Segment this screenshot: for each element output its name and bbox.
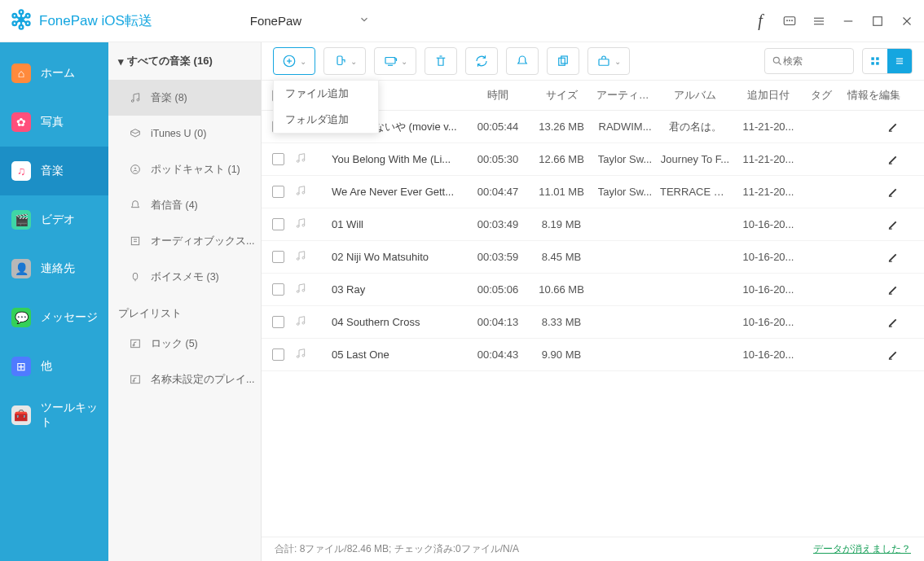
cell-date: 10-16-20... (733, 316, 803, 328)
sidebar-item-5[interactable]: 💬メッセージ (0, 293, 108, 342)
sub-item-3[interactable]: 着信音 (4) (108, 187, 261, 223)
sidebar-item-6[interactable]: ⊞他 (0, 342, 108, 391)
table-row[interactable]: We Are Never Ever Gett... 00:04:47 11.01… (262, 176, 924, 208)
header-tag[interactable]: タグ (803, 89, 839, 103)
data-lost-link[interactable]: データが消えました？ (813, 542, 911, 556)
svg-point-6 (26, 21, 30, 25)
export-pc-button[interactable]: ⌄ (374, 47, 416, 75)
header-edit[interactable]: 情報を編集 (839, 89, 924, 103)
cell-time: 00:04:43 (466, 348, 530, 361)
chevron-down-icon (359, 14, 370, 28)
cell-date: 10-16-20... (733, 251, 803, 263)
edit-row-button[interactable] (839, 348, 924, 361)
row-checkbox[interactable] (272, 153, 284, 165)
sub-item-label: 音楽 (8) (151, 91, 187, 105)
toolbar: ⌄ ⌄ ⌄ ⌄ (262, 42, 924, 80)
cell-size: 8.33 MB (530, 316, 593, 328)
header-date[interactable]: 追加日付 (733, 89, 803, 103)
sidebar-item-7[interactable]: 🧰ツールキット (0, 391, 108, 440)
search-input[interactable] (783, 55, 840, 67)
sidebar-item-1[interactable]: ✿写真 (0, 98, 108, 147)
sub-item-5[interactable]: ボイスメモ (3) (108, 259, 261, 295)
edit-row-button[interactable] (839, 153, 924, 165)
svg-rect-36 (131, 375, 140, 383)
sidebar-icon: 💬 (11, 308, 31, 327)
cell-date: 10-16-20... (733, 348, 803, 361)
list-view-button[interactable] (887, 49, 912, 73)
sidebar-item-0[interactable]: ⌂ホーム (0, 49, 108, 98)
add-dropdown: ファイル追加フォルダ追加 (273, 80, 379, 134)
edit-row-button[interactable] (839, 218, 924, 230)
grid-view-button[interactable] (863, 49, 887, 73)
music-note-icon (294, 314, 332, 330)
svg-point-78 (302, 322, 305, 324)
header-time[interactable]: 時間 (466, 89, 530, 103)
edit-row-button[interactable] (839, 251, 924, 263)
playlist-item-0[interactable]: ロック (5) (108, 326, 261, 362)
maximize-button[interactable] (870, 14, 885, 28)
cell-album: Journey To F... (657, 153, 733, 165)
table-row[interactable]: 05 Last One 00:04:43 9.90 MB 10-16-20... (262, 339, 924, 371)
table-row[interactable]: 04 Southern Cross 00:04:13 8.33 MB 10-16… (262, 306, 924, 339)
edit-row-button[interactable] (839, 283, 924, 296)
table-row[interactable]: 02 Niji Wo Matsuhito 00:03:59 8.45 MB 10… (262, 241, 924, 274)
cell-time: 00:04:13 (466, 316, 530, 328)
svg-point-74 (297, 291, 299, 293)
sidebar-item-4[interactable]: 👤連絡先 (0, 244, 108, 293)
sub-item-0[interactable]: 音楽 (8) (108, 80, 261, 116)
header-artist[interactable]: アーティスト (593, 89, 657, 103)
minimize-button[interactable] (841, 14, 856, 28)
header-size[interactable]: サイズ (530, 89, 593, 103)
sub-item-4[interactable]: オーディオブックス... (108, 223, 261, 259)
svg-point-62 (297, 160, 299, 163)
dropdown-item-0[interactable]: ファイル追加 (274, 81, 378, 107)
table-row[interactable]: 03 Ray 00:05:06 10.66 MB 10-16-20... (262, 274, 924, 306)
sidebar-label: メッセージ (41, 310, 98, 325)
facebook-icon[interactable]: f (753, 14, 768, 28)
edit-row-button[interactable] (839, 186, 924, 198)
svg-point-81 (302, 354, 305, 357)
table-row[interactable]: You Belong With Me (Li... 00:05:30 12.66… (262, 143, 924, 176)
sidebar-item-2[interactable]: ♫音楽 (0, 147, 108, 195)
ringtone-button[interactable] (506, 47, 539, 75)
delete-button[interactable] (425, 47, 457, 75)
music-note-icon (294, 249, 332, 265)
table-row[interactable]: 01 Will 00:03:49 8.19 MB 10-16-20... (262, 208, 924, 241)
sub-item-2[interactable]: ポッドキャスト (1) (108, 151, 261, 187)
menu-icon[interactable] (812, 14, 826, 28)
row-checkbox[interactable] (272, 316, 284, 328)
svg-point-69 (302, 224, 305, 226)
edit-row-button[interactable] (839, 121, 924, 133)
sidebar-icon: ✿ (11, 112, 31, 132)
svg-point-15 (790, 20, 790, 20)
close-button[interactable] (900, 14, 914, 28)
subpanel-header[interactable]: ▾ すべての音楽 (16) (108, 42, 261, 80)
playlist-item-1[interactable]: 名称未設定のプレイ... (108, 362, 261, 397)
add-button[interactable]: ⌄ (273, 47, 315, 75)
export-device-button[interactable]: ⌄ (323, 47, 366, 75)
sidebar-item-3[interactable]: 🎬ビデオ (0, 195, 108, 244)
dropdown-item-1[interactable]: フォルダ追加 (274, 107, 378, 133)
row-checkbox[interactable] (272, 218, 284, 230)
sub-item-1[interactable]: iTunes U (0) (108, 116, 261, 151)
svg-line-51 (779, 63, 781, 65)
toolbox-button[interactable]: ⌄ (587, 47, 630, 75)
svg-point-2 (20, 25, 24, 29)
svg-rect-48 (561, 56, 568, 64)
row-checkbox[interactable] (272, 186, 284, 198)
feedback-icon[interactable] (782, 14, 797, 28)
row-checkbox[interactable] (272, 251, 284, 263)
svg-rect-28 (131, 237, 139, 244)
device-selector[interactable]: FonePaw (229, 9, 383, 33)
playlist-icon (128, 336, 143, 351)
header-album[interactable]: アルバム (657, 89, 733, 103)
row-checkbox[interactable] (272, 348, 284, 361)
row-checkbox[interactable] (272, 283, 284, 296)
refresh-button[interactable] (465, 47, 498, 75)
edit-row-button[interactable] (839, 316, 924, 328)
search-box[interactable] (764, 48, 854, 74)
cell-size: 9.90 MB (530, 348, 593, 361)
chevron-down-icon: ⌄ (300, 57, 306, 66)
duplicate-button[interactable] (547, 47, 579, 75)
view-toggle (862, 48, 913, 74)
